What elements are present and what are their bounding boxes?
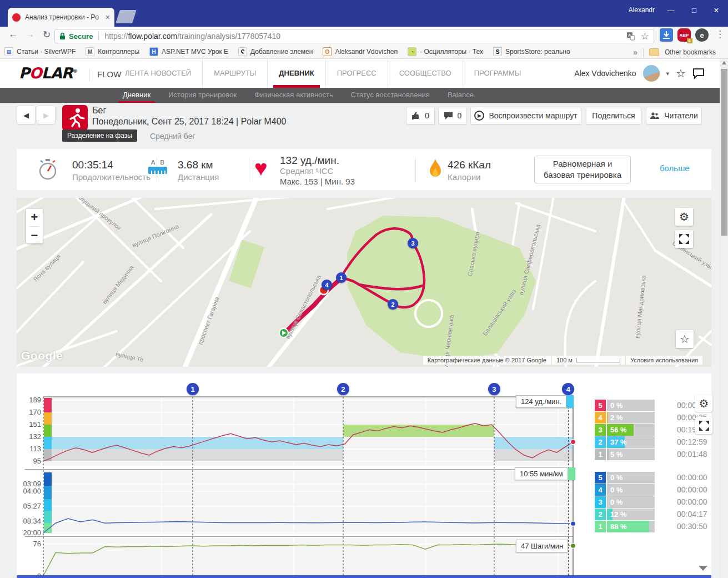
tab-close-icon[interactable]: × (106, 13, 110, 22)
omnibox-divider (98, 32, 99, 41)
map-settings-button[interactable]: ⚙ (675, 208, 693, 226)
chrome-menu-icon[interactable]: ⋮ (715, 28, 725, 40)
translate-icon[interactable]: A (626, 32, 635, 41)
extension-evernote-icon[interactable]: e (695, 28, 709, 42)
bookmark-star-icon[interactable]: ☆ (641, 31, 649, 42)
tiles-favicon-icon: ⊞ (4, 47, 13, 56)
nav-item-сообщество[interactable]: СООБЩЕСТВО (388, 59, 463, 88)
bookmark-item[interactable]: ◔- Осцилляторы - Тех (408, 47, 483, 56)
scrollbar-thumb[interactable] (721, 69, 727, 236)
next-session-button[interactable]: ▶ (37, 106, 56, 124)
heart-rate-tick: 113 (17, 445, 41, 453)
chart-fullscreen-button[interactable] (695, 417, 712, 434)
share-button[interactable]: Поделиться (586, 107, 641, 124)
avatar[interactable] (643, 65, 660, 82)
map-fullscreen-button[interactable] (675, 230, 693, 248)
forward-button[interactable]: → (23, 29, 37, 40)
window-maximize-button[interactable]: □ (686, 3, 702, 18)
scrollbar-up-arrow[interactable] (722, 61, 726, 64)
feedback-icon[interactable] (692, 68, 705, 79)
duration-label: Продолжительность (72, 172, 150, 182)
prev-session-button[interactable]: ◀ (17, 106, 36, 124)
favorites-star-icon[interactable]: ☆ (676, 67, 686, 80)
subnav-item-физическая-активность[interactable]: Физическая активность (245, 88, 342, 103)
hr-zone-row: 50 %00:00:00 (595, 400, 707, 411)
route-map[interactable]: вулиця Полігоннарилуцький провулокЯсна в… (17, 198, 711, 367)
map-favorite-button[interactable]: ☆ (676, 330, 694, 348)
replay-route-button[interactable]: ▶ Воспроизвести маршрут (470, 107, 581, 124)
folder-icon (649, 48, 659, 56)
nav-item-маршруты[interactable]: МАРШРУТЫ (202, 59, 267, 88)
bookmark-label: - Осцилляторы - Тех (420, 48, 483, 56)
back-button[interactable]: ← (7, 29, 20, 40)
lap-marker-1[interactable]: 1 (187, 383, 199, 395)
heart-rate-tooltip: 124 уд./мин. (516, 395, 574, 408)
cadence-tick: 76 (17, 540, 41, 548)
zoom-out-button[interactable]: − (31, 228, 38, 243)
distance-ab-icon: А В (145, 159, 170, 174)
subnav-item-история-тренировок[interactable]: История тренировок (159, 88, 245, 103)
chart-settings-button[interactable]: ⚙ (695, 395, 712, 412)
pace-zone-row: 188 %00:30:50 (595, 521, 707, 532)
phase-split-badge: Разделение на фазы (62, 129, 137, 142)
bookmark-item[interactable]: ⊞Статьи - SilverWPF (4, 47, 76, 56)
user-name[interactable]: Alex Vdovichenko (574, 69, 636, 78)
chevron-down-icon[interactable]: ▾ (666, 70, 670, 77)
subnav-item-статус-восстановления[interactable]: Статус восстановления (342, 88, 439, 103)
like-count: 0 (425, 111, 429, 120)
other-bookmarks-label[interactable]: Other bookmarks (665, 48, 716, 56)
more-link[interactable]: больше (660, 163, 690, 173)
comment-button[interactable]: 0 (438, 107, 467, 124)
nav-item-прогресс[interactable]: ПРОГРЕСС (325, 59, 388, 88)
window-close-button[interactable]: × (708, 3, 725, 18)
extension-download-icon[interactable] (660, 28, 673, 42)
comment-icon (444, 112, 453, 120)
like-button[interactable]: 0 (406, 107, 435, 124)
map-zoom-control[interactable]: + − (26, 209, 43, 243)
route-marker-4: 4 (322, 280, 332, 290)
distance-label: Дистанция (178, 172, 219, 182)
bookmark-item[interactable]: OAleksandr Vdovichen (323, 47, 398, 56)
window-minimize-button[interactable]: — (662, 3, 679, 18)
header-user[interactable]: Alex Vdovichenko ▾ ☆ (574, 59, 705, 88)
hr-minmax: Макс. 153 | Мин. 93 (280, 177, 355, 186)
nav-item-дневник[interactable]: ДНЕВНИК (267, 59, 325, 88)
nav-item-лента-новостей[interactable]: ЛЕНТА НОВОСТЕЙ (114, 59, 202, 88)
extension-adblock-icon[interactable]: ABP 6 (677, 28, 691, 42)
collapse-charts-icon[interactable] (699, 566, 707, 571)
reload-button[interactable]: ↻ (40, 29, 53, 41)
chart-range-bar[interactable] (17, 575, 711, 578)
map-terms-link[interactable]: Условия использования (626, 356, 702, 365)
lap-marker-2[interactable]: 2 (337, 383, 349, 395)
summary-stats-card: 00:35:14 Продолжительность А В 3.68 км Д… (17, 149, 711, 190)
lap-marker-3[interactable]: 3 (488, 383, 500, 395)
nav-item-программы[interactable]: ПРОГРАММЫ (463, 59, 533, 88)
zoom-in-button[interactable]: + (31, 210, 38, 225)
flame-icon (428, 158, 443, 180)
bookmark-item[interactable]: SSportsStore: реально (493, 47, 570, 56)
pace-zone-row: 212 %00:04:17 (595, 509, 707, 520)
pace-tick: 08:34 (17, 517, 41, 525)
chrome-profile-name[interactable]: Alexandr (629, 6, 655, 14)
hr-zone-row: 15 %00:01:48 (595, 449, 707, 460)
polar-logo[interactable]: POLAR® (19, 64, 77, 82)
bookmark-item[interactable]: HASP.NET MVC Урок Е (149, 47, 228, 56)
followers-button[interactable]: Читатели (646, 107, 702, 124)
bookmark-label: Добавление элемен (250, 48, 313, 56)
map-attribution: Картографические данные © 2017 Google 10… (423, 356, 702, 365)
bookmark-item[interactable]: ϚДобавление элемен (238, 47, 313, 56)
bookmark-label: Aleksandr Vdovichen (335, 48, 398, 56)
stat-divider (249, 158, 249, 182)
adblock-badge: 6 (687, 38, 692, 43)
bookmarks-overflow-icon[interactable]: » (633, 48, 637, 57)
pace-tick: 04:00 (17, 487, 41, 495)
bookmark-item[interactable]: MКонтроллеры (86, 47, 139, 56)
browser-tab[interactable]: Анализ тренировки - Po × (8, 8, 114, 27)
map-data-attribution: Картографические данные © 2017 Google (423, 356, 551, 365)
pace-tick: 05:27 (17, 502, 41, 510)
subnav-item-дневник[interactable]: Дневник (114, 88, 159, 103)
address-bar[interactable]: Secure https://flow.polar.com/training/a… (54, 29, 654, 43)
heart-rate-tick: 151 (17, 420, 41, 428)
subnav-item-balance[interactable]: Balance (439, 88, 483, 103)
zone-swatch (568, 467, 575, 480)
